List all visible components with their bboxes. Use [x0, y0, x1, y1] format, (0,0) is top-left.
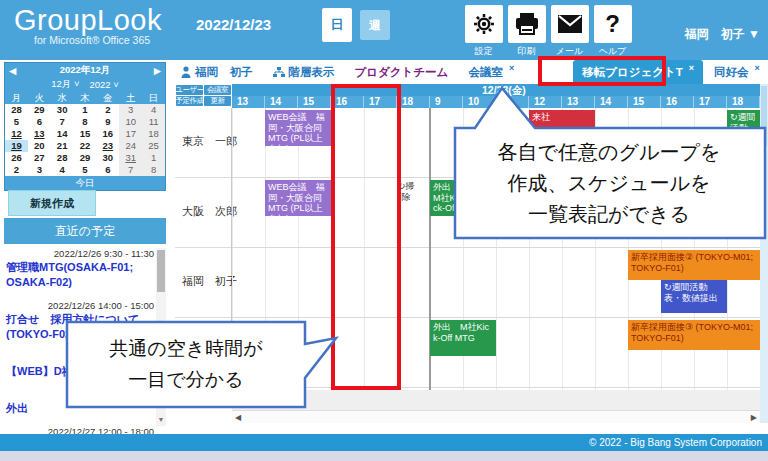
mail-icon[interactable]	[551, 5, 589, 43]
appointment-block[interactable]: 来社	[529, 110, 595, 136]
tab-relocation-project[interactable]: 移転プロジェクトT×	[573, 60, 703, 84]
scroll-down-icon[interactable]: ▼	[156, 414, 166, 426]
create-appointment-button[interactable]: 予定作成	[176, 96, 203, 106]
tab-club[interactable]: 同好会×	[705, 60, 768, 84]
appointment-title[interactable]: 【WEB】D社	[6, 364, 154, 379]
calendar-next-icon[interactable]: ▶	[154, 65, 161, 76]
calendar-day-cell[interactable]: 18	[142, 128, 165, 140]
gear-icon[interactable]	[465, 5, 503, 43]
calendar-day-cell[interactable]: 21	[51, 140, 74, 152]
calendar-day-cell[interactable]: 30	[96, 152, 119, 164]
calendar-day-cell[interactable]: 29	[28, 104, 51, 116]
appointment-block[interactable]: 外出 M社Kick-Off MTG	[430, 320, 496, 356]
calendar-day-cell[interactable]: 6	[28, 116, 51, 128]
calendar-day-cell[interactable]: 6	[96, 164, 119, 176]
scrollbar-thumb[interactable]	[761, 86, 767, 146]
appointment-title[interactable]: 管理職MTG(OSAKA-F01; OSAKA-F02)	[6, 260, 154, 290]
calendar-day-cell[interactable]: 13	[28, 128, 51, 140]
month-select[interactable]: 12月 ˅	[51, 78, 79, 91]
help-button[interactable]: ?ヘルプ	[591, 5, 634, 58]
calendar-day-cell[interactable]: 28	[51, 152, 74, 164]
calendar-day-cell[interactable]: 19	[5, 140, 28, 152]
appointment-title[interactable]: 外出	[6, 401, 154, 416]
view-week-button[interactable]: 週	[360, 10, 390, 40]
tab-product-team[interactable]: プロダクトチーム	[346, 60, 458, 84]
calendar-day-cell[interactable]: 4	[51, 164, 74, 176]
year-select[interactable]: 2022 ˅	[89, 79, 118, 90]
new-appointment-button[interactable]: 新規作成	[8, 190, 96, 216]
calendar-day-cell[interactable]: 14	[51, 128, 74, 140]
list-item[interactable]: 2022/12/26 9:30 - 11:30管理職MTG(OSAKA-F01;…	[6, 248, 154, 290]
calendar-day-cell[interactable]: 27	[28, 152, 51, 164]
calendar-day-cell[interactable]: 12	[5, 128, 28, 140]
calendar-day-cell[interactable]: 23	[96, 140, 119, 152]
calendar-day-cell[interactable]: 10	[119, 116, 142, 128]
tab-close-icon[interactable]: ×	[509, 63, 514, 73]
users-button[interactable]: ユーザー	[176, 85, 203, 95]
appointment-block[interactable]: ↻週間活動表・数値提出	[727, 110, 760, 146]
tab-meeting-room[interactable]: 会議室×	[459, 60, 523, 84]
horizontal-scrollbar[interactable]: ◀ ▶	[232, 410, 760, 423]
calendar-day-cell[interactable]: 31	[119, 152, 142, 164]
calendar-day-cell[interactable]: 3	[28, 164, 51, 176]
calendar-day-cell[interactable]: 20	[28, 140, 51, 152]
vertical-scrollbar[interactable]	[760, 84, 768, 423]
tab-close-icon[interactable]: ×	[755, 63, 760, 73]
view-day-button[interactable]: 日	[322, 8, 352, 42]
calendar-day-cell[interactable]: 8	[74, 116, 97, 128]
calendar-day-cell[interactable]: 7	[119, 164, 142, 176]
print-button[interactable]: 印刷	[505, 5, 548, 58]
settings-button[interactable]: 設定	[462, 5, 505, 58]
mail-button[interactable]: メール	[548, 5, 591, 58]
calendar-day-cell[interactable]: 4	[142, 104, 165, 116]
calendar-day-cell[interactable]: 17	[119, 128, 142, 140]
scrollbar-thumb[interactable]	[157, 250, 165, 292]
calendar-day-cell[interactable]: 9	[96, 116, 119, 128]
calendar-day-cell[interactable]: 22	[74, 140, 97, 152]
calendar-day-cell[interactable]: 11	[142, 116, 165, 128]
calendar-day-cell[interactable]: 30	[51, 104, 74, 116]
scroll-left-icon[interactable]: ◀	[235, 413, 241, 422]
calendar-prev-icon[interactable]: ◀	[9, 65, 16, 76]
calendar-day-cell[interactable]: 15	[74, 128, 97, 140]
calendar-day-cell[interactable]: 16	[96, 128, 119, 140]
printer-icon[interactable]	[508, 5, 546, 43]
appointment-block[interactable]: ↻週間活動表・数値提出	[661, 280, 727, 313]
upcoming-list: 2022/12/26 9:30 - 11:30管理職MTG(OSAKA-F01;…	[6, 248, 154, 448]
list-item[interactable]: 外出	[6, 389, 154, 416]
calendar-day-cell[interactable]: 2	[96, 104, 119, 116]
tab-hierarchy[interactable]: 階層表示	[264, 60, 344, 84]
calendar-day-cell[interactable]: 5	[74, 164, 97, 176]
user-menu[interactable]: 福岡 初子 ▼	[685, 26, 760, 43]
appointment-title[interactable]: 打合せ 採用方針について(TOKYO-F02)	[6, 312, 154, 342]
sidebar-scrollbar[interactable]: ▼	[156, 248, 166, 426]
tab-close-icon[interactable]: ×	[689, 63, 694, 73]
calendar-day-cell[interactable]: 1	[74, 104, 97, 116]
calendar-day-cell[interactable]: 5	[5, 116, 28, 128]
calendar-today-button[interactable]: 今日	[5, 176, 165, 190]
calendar-day-cell[interactable]: 28	[5, 104, 28, 116]
appointment-block[interactable]: ↻掃除	[397, 180, 415, 238]
appointment-block[interactable]: 新卒採用面接② (TOKYO-M01; TOKYO-F01)	[628, 250, 760, 280]
list-item[interactable]: 【WEB】D社	[6, 352, 154, 379]
calendar-day-cell[interactable]: 2	[5, 164, 28, 176]
scroll-right-icon[interactable]: ▶	[751, 413, 757, 422]
calendar-day-cell[interactable]: 7	[51, 116, 74, 128]
tab-user[interactable]: 福岡 初子	[172, 60, 262, 84]
appointment-block[interactable]: 新卒採用面接③ (TOKYO-M01; TOKYO-F01)	[628, 320, 760, 350]
calendar-day-cell[interactable]: 26	[5, 152, 28, 164]
refresh-button[interactable]: 更新	[204, 96, 231, 106]
calendar-day-cell[interactable]: 29	[74, 152, 97, 164]
appointment-block[interactable]: 外出 M社Kick-Off MTG	[430, 180, 463, 216]
calendar-day-cell[interactable]: 3	[119, 104, 142, 116]
list-item[interactable]: 2022/12/26 14:00 - 15:00打合せ 採用方針について(TOK…	[6, 300, 154, 342]
calendar-day-cell[interactable]: 8	[142, 164, 165, 176]
tool-label: メール	[548, 45, 591, 58]
calendar-day-cell[interactable]: 25	[142, 140, 165, 152]
appointment-block[interactable]: WEB会議 福岡・大阪合同MTG (PL以上参加)	[265, 110, 331, 146]
calendar-day-cell[interactable]: 24	[119, 140, 142, 152]
calendar-day-cell[interactable]: 1	[142, 152, 165, 164]
meeting-room-button[interactable]: 会議室	[204, 85, 231, 95]
appointment-block[interactable]: WEB会議 福岡・大阪合同MTG (PL以上参加)	[265, 180, 331, 216]
help-icon[interactable]: ?	[594, 5, 632, 43]
